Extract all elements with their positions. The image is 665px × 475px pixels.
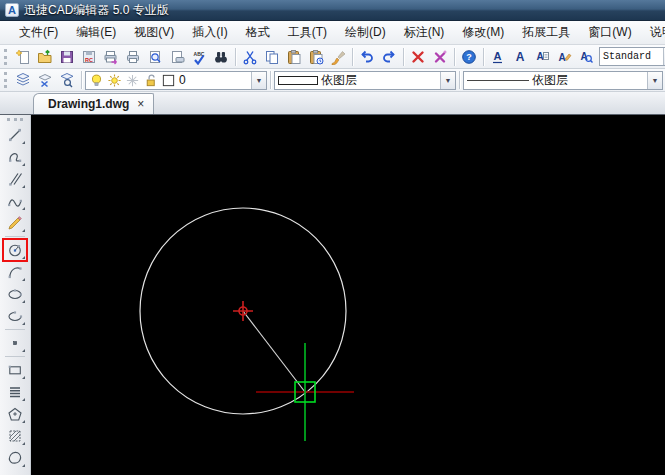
menu-draw[interactable]: 绘制(D) [336, 21, 395, 44]
tool-point[interactable] [3, 332, 27, 354]
redo-button[interactable] [378, 47, 400, 67]
text-edit-icon: A [534, 49, 550, 65]
layer-unlock-icon[interactable] [143, 73, 158, 88]
print-icon [125, 49, 141, 65]
tool-line[interactable] [3, 124, 27, 146]
bulb-icon [89, 73, 104, 88]
paste-button[interactable] [283, 47, 305, 67]
menu-tools[interactable]: 工具(T) [279, 21, 336, 44]
palette-separator [5, 236, 25, 237]
tool-arc[interactable] [3, 261, 27, 283]
undo-button[interactable] [356, 47, 378, 67]
chevron-down-icon[interactable]: ▼ [647, 72, 662, 89]
menu-view[interactable]: 视图(V) [125, 21, 183, 44]
find-icon [213, 49, 229, 65]
spell-check-button[interactable]: ABC [188, 47, 210, 67]
toolbar-grip[interactable] [4, 72, 8, 88]
text-annotate-button[interactable]: A [553, 47, 575, 67]
toolbar-grip[interactable] [4, 49, 8, 65]
text-icon: A [512, 49, 528, 65]
tab-close-icon[interactable]: × [135, 97, 146, 111]
save-convert-button[interactable]: RC [78, 47, 100, 67]
find-button[interactable] [210, 47, 232, 67]
tool-ellipse[interactable] [3, 283, 27, 305]
menu-edit[interactable]: 编辑(E) [67, 21, 125, 44]
tool-rectangle[interactable] [3, 359, 27, 381]
layer-find-button[interactable] [56, 70, 78, 90]
app-window: A 迅捷CAD编辑器 5.0 专业版 文件(F)编辑(E)视图(V)插入(I)格… [0, 0, 665, 475]
toolbar-separator [403, 48, 404, 66]
print-preview-icon [147, 49, 163, 65]
print-button[interactable] [122, 47, 144, 67]
tab-drawing1[interactable]: Drawing1.dwg × [33, 93, 154, 114]
drawing-canvas[interactable] [31, 115, 665, 475]
print-export-button[interactable] [100, 47, 122, 67]
svg-text:?: ? [466, 52, 472, 62]
palette-separator [5, 329, 25, 330]
sketch-icon [7, 215, 23, 231]
save-convert-icon: RC [81, 49, 97, 65]
lock-icon [143, 73, 158, 88]
help-button[interactable]: ? [458, 47, 480, 67]
menu-file[interactable]: 文件(F) [10, 21, 67, 44]
tool-polygon[interactable] [3, 403, 27, 425]
circle-icon [7, 242, 23, 258]
text-style-value: Standard [603, 51, 651, 62]
tool-polyline[interactable] [3, 146, 27, 168]
chevron-down-icon[interactable]: ▼ [251, 72, 266, 89]
tool-multiline[interactable] [3, 381, 27, 403]
erase-all-button[interactable] [429, 47, 451, 67]
chevron-down-icon[interactable]: ▼ [440, 72, 455, 89]
tool-circle[interactable] [3, 239, 27, 261]
text-style-combobox[interactable]: Standard ▼ [599, 47, 665, 66]
layer-combobox[interactable]: 0 ▼ [85, 71, 267, 90]
linetype-combobox[interactable]: 依图层 ▼ [463, 71, 663, 90]
layer-off-button[interactable] [34, 70, 56, 90]
menu-format[interactable]: 格式 [237, 21, 279, 44]
layer-color-swatch[interactable] [161, 73, 176, 88]
tool-sketch[interactable] [3, 212, 27, 234]
tool-double-line[interactable] [3, 168, 27, 190]
text-button[interactable]: A [509, 47, 531, 67]
copy-button[interactable] [261, 47, 283, 67]
toolbar-separator [459, 71, 460, 89]
print-preview-button[interactable] [144, 47, 166, 67]
toolbar-properties: 0 ▼ 依图层 ▼ 依图层 ▼ [0, 69, 665, 92]
tool-spline[interactable] [3, 190, 27, 212]
cut-button[interactable] [239, 47, 261, 67]
text-style-icon: A [490, 49, 506, 65]
text-edit-button[interactable]: A [531, 47, 553, 67]
color-combobox[interactable]: 依图层 ▼ [274, 71, 456, 90]
ellipse-arc-icon [7, 308, 23, 324]
current-layer-name: 0 [179, 73, 186, 87]
menu-dimension[interactable]: 标注(N) [395, 21, 454, 44]
undo-icon [359, 49, 375, 65]
menu-window[interactable]: 窗口(W) [579, 21, 640, 44]
menu-express-tools[interactable]: 拓展工具 [513, 21, 579, 44]
paste-special-button[interactable] [305, 47, 327, 67]
layers-button[interactable] [12, 70, 34, 90]
layer-freeze-icon[interactable] [125, 73, 140, 88]
tool-ellipse-arc[interactable] [3, 305, 27, 327]
menu-insert[interactable]: 插入(I) [183, 21, 236, 44]
erase-button[interactable] [407, 47, 429, 67]
text-style-button[interactable]: A [487, 47, 509, 67]
text-find-button[interactable]: A [575, 47, 597, 67]
hatch-icon [7, 428, 23, 444]
rectangle-icon [7, 362, 23, 378]
menu-help[interactable]: 说明(H) [641, 21, 665, 44]
document-tabbar: Drawing1.dwg × [0, 92, 665, 115]
tool-region[interactable] [3, 447, 27, 469]
print-page-button[interactable] [166, 47, 188, 67]
layer-thaw-sun-icon[interactable] [107, 73, 122, 88]
palette-grip[interactable] [7, 118, 23, 121]
layer-off-icon [37, 72, 53, 88]
paste-special-icon [308, 49, 324, 65]
layer-on-bulb-icon[interactable] [89, 73, 104, 88]
format-painter-button[interactable] [327, 47, 349, 67]
menu-modify[interactable]: 修改(M) [453, 21, 513, 44]
open-button[interactable] [34, 47, 56, 67]
save-button[interactable] [56, 47, 78, 67]
new-file-button[interactable] [12, 47, 34, 67]
tool-hatch[interactable] [3, 425, 27, 447]
